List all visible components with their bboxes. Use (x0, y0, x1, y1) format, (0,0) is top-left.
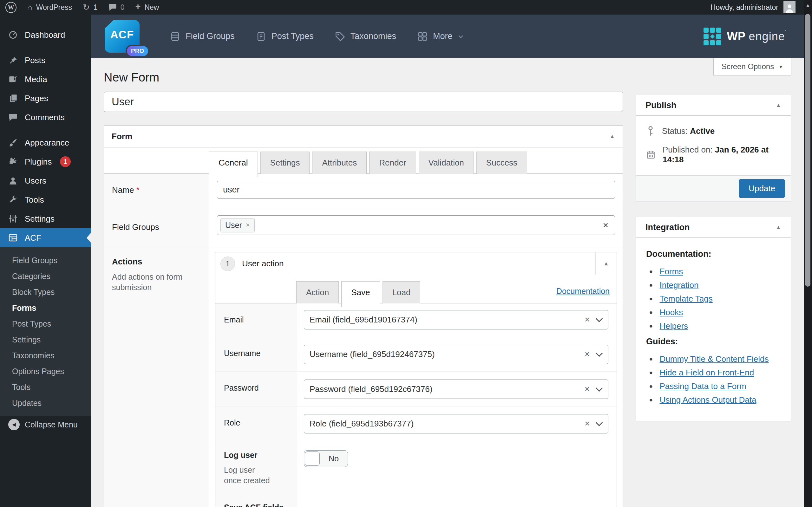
submenu-forms[interactable]: Forms (0, 300, 91, 316)
doc-link-template-tags[interactable]: Template Tags (660, 294, 713, 304)
guide-link-hide-field[interactable]: Hide a Field on Front-End (660, 368, 754, 378)
wp-logo-menu[interactable]: W (0, 0, 22, 14)
clear-password-icon[interactable]: × (585, 384, 590, 394)
status-label: Status: (662, 126, 688, 136)
log-user-toggle[interactable]: No (304, 450, 348, 467)
sidebar-item-acf[interactable]: ACF (0, 228, 91, 247)
username-label: Username (215, 337, 297, 371)
howdy-text[interactable]: Howdy, administrator (710, 3, 778, 12)
sidebar-item-label: Dashboard (25, 30, 65, 40)
home-icon: ⌂ (27, 3, 32, 11)
chevron-down-icon (596, 315, 603, 322)
comments-menu[interactable]: 0 (103, 0, 130, 14)
field-group-tag[interactable]: User × (220, 218, 255, 232)
doc-link-forms[interactable]: Forms (660, 267, 683, 277)
collapse-menu-button[interactable]: ◀ Collapse Menu (0, 417, 91, 433)
tab-validation[interactable]: Validation (419, 152, 474, 174)
document-icon (256, 31, 266, 42)
password-field-select[interactable]: Password (field_695d192c67376) × (304, 380, 608, 399)
sidebar-item-comments[interactable]: Comments (0, 108, 91, 127)
scrollbar-thumb[interactable] (805, 14, 810, 287)
toolbar-field-groups[interactable]: Field Groups (170, 31, 235, 42)
tab-success[interactable]: Success (476, 152, 527, 174)
action-index-badge: 1 (220, 257, 235, 271)
clear-role-icon[interactable]: × (585, 419, 590, 429)
guide-link-passing-data[interactable]: Passing Data to a Form (660, 382, 746, 391)
scrollbar-up-arrow[interactable]: ▲ (804, 3, 812, 8)
collapse-panel-icon[interactable]: ▲ (609, 133, 615, 140)
documentation-link[interactable]: Documentation (556, 287, 610, 296)
sidebar-item-media[interactable]: Media (0, 70, 91, 89)
sidebar-item-posts[interactable]: Posts (0, 51, 91, 70)
integration-panel-title: Integration (646, 223, 690, 232)
doc-link-hooks[interactable]: Hooks (660, 307, 683, 318)
menu-separator (0, 127, 91, 133)
submenu-post-types[interactable]: Post Types (0, 316, 91, 332)
toolbar-more[interactable]: More (417, 31, 465, 42)
clear-selection-icon[interactable]: × (603, 220, 608, 230)
browser-scrollbar: ▲ (804, 0, 812, 507)
sidebar-item-settings[interactable]: Settings (0, 209, 91, 228)
tab-action[interactable]: Action (296, 281, 339, 303)
collapse-publish-icon[interactable]: ▲ (775, 102, 781, 109)
collapse-action-icon[interactable]: ▲ (595, 252, 616, 275)
sidebar-item-appearance[interactable]: Appearance (0, 133, 91, 152)
new-content-menu[interactable]: + New (130, 0, 164, 14)
toolbar-taxonomies[interactable]: Taxonomies (335, 31, 396, 42)
role-field-select[interactable]: Role (field_695d193b67377) × (304, 414, 608, 434)
user-action-panel: 1 User action ▲ Action Save Load Documen… (215, 252, 617, 507)
site-name-menu[interactable]: ⌂ WordPress (22, 0, 77, 14)
sidebar-item-tools[interactable]: Tools (0, 190, 91, 209)
collapse-integration-icon[interactable]: ▲ (775, 224, 781, 231)
screen-options-button[interactable]: Screen Options ▼ (713, 58, 792, 75)
wp-engine-light-text: engine (749, 30, 785, 43)
email-field-select[interactable]: Email (field_695d190167374) × (304, 310, 608, 329)
guide-link-actions-output[interactable]: Using Actions Output Data (660, 395, 757, 405)
tab-save[interactable]: Save (341, 281, 380, 307)
grid-icon (417, 31, 428, 42)
log-user-help-text: Log user once created (224, 465, 272, 486)
tab-general[interactable]: General (209, 152, 258, 177)
sidebar-item-dashboard[interactable]: Dashboard (0, 25, 91, 44)
submenu-tools[interactable]: Tools (0, 379, 91, 395)
admin-bar: W ⌂ WordPress ↻ 1 0 + New Howdy, adminis… (0, 0, 812, 14)
toolbar-post-types[interactable]: Post Types (256, 31, 314, 42)
collapse-menu-label: Collapse Menu (25, 420, 78, 429)
clear-username-icon[interactable]: × (585, 349, 590, 359)
field-groups-label: Field Groups (112, 222, 159, 232)
username-field-select[interactable]: Username (field_695d192467375) × (304, 345, 608, 364)
avatar[interactable] (783, 1, 796, 13)
submenu-taxonomies[interactable]: Taxonomies (0, 347, 91, 363)
submenu-options-pages[interactable]: Options Pages (0, 363, 91, 379)
sidebar-item-users[interactable]: Users (0, 171, 91, 190)
sidebar-item-pages[interactable]: Pages (0, 89, 91, 108)
doc-link-helpers[interactable]: Helpers (660, 321, 688, 331)
toggle-knob (305, 452, 320, 466)
remove-tag-icon[interactable]: × (246, 221, 250, 229)
submenu-block-types[interactable]: Block Types (0, 284, 91, 300)
sidebar-item-label: Plugins (25, 157, 52, 167)
field-groups-select[interactable]: User × × (217, 215, 615, 235)
sidebar-item-plugins[interactable]: Plugins 1 (0, 152, 91, 171)
tab-settings[interactable]: Settings (260, 152, 310, 174)
wp-engine-bold-text: WP (727, 30, 746, 43)
form-title-input[interactable] (104, 92, 623, 112)
tab-render[interactable]: Render (369, 152, 416, 174)
pages-icon (7, 94, 19, 103)
update-button[interactable]: Update (739, 179, 785, 198)
name-input[interactable] (217, 181, 615, 199)
required-asterisk: * (137, 185, 140, 195)
guide-link-dummy-title[interactable]: Dummy Title & Content Fields (660, 354, 769, 364)
updates-menu[interactable]: ↻ 1 (77, 0, 103, 14)
tab-attributes[interactable]: Attributes (312, 152, 367, 174)
bullet: • (649, 382, 653, 391)
plugin-icon (7, 157, 19, 166)
submenu-settings[interactable]: Settings (0, 332, 91, 347)
chevron-down-icon (457, 33, 465, 40)
submenu-field-groups[interactable]: Field Groups (0, 252, 91, 268)
submenu-categories[interactable]: Categories (0, 268, 91, 284)
doc-link-integration[interactable]: Integration (660, 280, 699, 290)
submenu-updates[interactable]: Updates (0, 395, 91, 411)
clear-email-icon[interactable]: × (585, 315, 590, 325)
tab-load[interactable]: Load (383, 281, 421, 303)
